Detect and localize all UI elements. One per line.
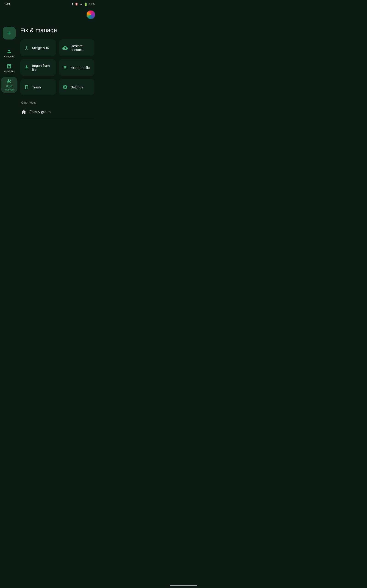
import-from-file-card[interactable]: Import from file: [20, 59, 56, 76]
export-to-file-label: Export to file: [71, 66, 90, 69]
plus-icon: [6, 30, 12, 36]
page-title: Fix & manage: [20, 27, 94, 34]
settings-card[interactable]: Settings: [59, 79, 94, 95]
battery-icon: 🔋: [84, 2, 88, 6]
settings-icon: [62, 84, 68, 90]
trash-icon: [24, 84, 29, 90]
fix-manage-icon: [6, 78, 12, 84]
sidebar-contacts-label: Contacts: [4, 55, 14, 58]
content-area: Fix & manage Merge & fix Restore contact…: [18, 8, 98, 123]
divider: [20, 119, 94, 119]
mute-icon: 🔇: [75, 2, 78, 6]
status-bar: 5:43 ⚷ 🔇 ▲ 🔋 89%: [0, 0, 98, 8]
main-layout: Contacts Highlights Fix & manage Fix & m…: [0, 8, 98, 123]
actions-grid: Merge & fix Restore contacts Import from…: [20, 39, 94, 95]
merge-fix-label: Merge & fix: [32, 46, 50, 50]
status-icons: ⚷ 🔇 ▲ 🔋 89%: [71, 2, 94, 6]
status-time: 5:43: [4, 2, 10, 6]
avatar-container[interactable]: [86, 10, 95, 19]
import-icon: [24, 65, 29, 70]
restore-icon: [62, 45, 68, 51]
contacts-icon: [6, 49, 12, 54]
highlights-icon: [6, 64, 12, 69]
restore-contacts-label: Restore contacts: [71, 44, 91, 52]
settings-label: Settings: [71, 85, 83, 89]
sidebar: Contacts Highlights Fix & manage: [0, 8, 18, 123]
sidebar-item-fix-manage[interactable]: Fix & manage: [1, 77, 17, 93]
key-icon: ⚷: [71, 2, 73, 6]
family-group-icon: [21, 109, 27, 115]
add-contact-fab[interactable]: [3, 27, 16, 40]
family-group-item[interactable]: Family group: [20, 106, 94, 118]
avatar[interactable]: [86, 10, 95, 19]
sidebar-item-highlights[interactable]: Highlights: [1, 62, 17, 75]
sidebar-fix-manage-label: Fix & manage: [3, 85, 16, 91]
export-to-file-card[interactable]: Export to file: [59, 59, 94, 76]
sidebar-item-contacts[interactable]: Contacts: [1, 47, 17, 60]
wifi-icon: ▲: [80, 2, 83, 6]
sidebar-highlights-label: Highlights: [4, 70, 15, 73]
import-from-file-label: Import from file: [32, 64, 52, 71]
merge-fix-icon: [24, 45, 29, 51]
trash-label: Trash: [32, 85, 41, 89]
other-tools-section: Other tools Family group: [20, 101, 94, 119]
merge-fix-card[interactable]: Merge & fix: [20, 39, 56, 56]
family-group-label: Family group: [29, 110, 50, 114]
other-tools-label: Other tools: [20, 101, 94, 104]
restore-contacts-card[interactable]: Restore contacts: [59, 39, 94, 56]
battery-percentage: 89%: [89, 2, 94, 6]
trash-card[interactable]: Trash: [20, 79, 56, 95]
export-icon: [62, 65, 68, 70]
